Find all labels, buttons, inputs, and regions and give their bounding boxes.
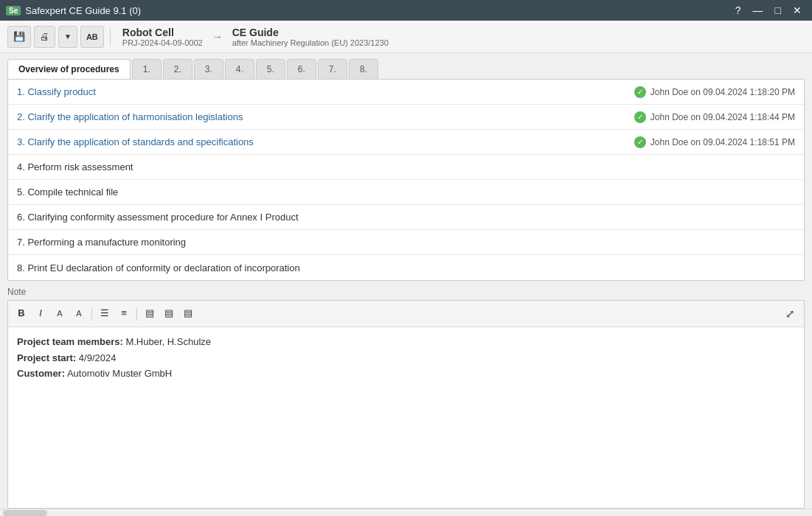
procedure-row[interactable]: 7. Performing a manufacture monitoring: [8, 230, 804, 255]
horizontal-scrollbar[interactable]: [0, 509, 812, 516]
arrow-icon: →: [212, 30, 223, 43]
tab-7[interactable]: 7.: [318, 59, 347, 79]
project-block: Robot Cell PRJ-2024-04-09-0002: [122, 27, 203, 47]
note-toolbar: B I A A ☰ ≡ ▤ ▤ ▤ ⤢: [8, 301, 804, 327]
check-icon: ✓: [634, 111, 646, 123]
maximize-button[interactable]: □: [771, 4, 785, 17]
procedure-label-2[interactable]: 2. Clarify the application of harmonisat…: [17, 111, 243, 122]
procedure-label-5: 5. Compile technical file: [17, 186, 118, 198]
status-text: John Doe on 09.04.2024 1:18:51 PM: [650, 137, 795, 147]
tab-4[interactable]: 4.: [225, 59, 254, 79]
print-button[interactable]: 🖨: [34, 26, 55, 48]
note-section: Note B I A A ☰ ≡ ▤ ▤ ▤ ⤢ Project team me…: [7, 287, 805, 509]
superscript-button[interactable]: A: [51, 306, 69, 321]
procedure-row[interactable]: 4. Perform risk assessment: [8, 155, 804, 180]
note-label: Note: [7, 287, 805, 297]
close-button[interactable]: ✕: [788, 4, 806, 17]
procedure-label-7: 7. Performing a manufacture monitoring: [17, 237, 186, 248]
procedure-label-1[interactable]: 1. Classify product: [17, 86, 96, 97]
subscript-button[interactable]: A: [70, 306, 88, 321]
title-bar: Se Safexpert CE Guide 9.1 (0) ? — □ ✕: [0, 0, 812, 21]
procedure-label-6: 6. Clarifying conformity assessment proc…: [17, 212, 299, 223]
align-center-button[interactable]: ▤: [160, 304, 178, 322]
note-line-1: Project team members: M.Huber, H.Schulze: [17, 335, 795, 349]
note-label-team: Project team members:: [17, 336, 123, 347]
title-bar-controls: ? — □ ✕: [731, 4, 806, 17]
note-value-team: M.Huber, H.Schulze: [125, 336, 211, 347]
tab-8[interactable]: 8.: [349, 59, 378, 79]
guide-name: CE Guide: [232, 27, 389, 38]
note-line-3: Customer: Automotiv Muster GmbH: [17, 366, 795, 381]
main-toolbar: 💾 🖨 ▼ AB Robot Cell PRJ-2024-04-09-0002 …: [0, 21, 812, 53]
tab-2[interactable]: 2.: [163, 59, 192, 79]
procedure-row[interactable]: 6. Clarifying conformity assessment proc…: [8, 205, 804, 230]
project-id: PRJ-2024-04-09-0002: [122, 38, 203, 47]
tab-1[interactable]: 1.: [132, 59, 162, 79]
h-scrollbar-thumb: [3, 510, 47, 516]
project-info: Robot Cell PRJ-2024-04-09-0002 → CE Guid…: [122, 27, 389, 47]
procedure-label-4: 4. Perform risk assessment: [17, 161, 133, 172]
procedure-row[interactable]: 5. Compile technical file: [8, 180, 804, 205]
tab-overview[interactable]: Overview of procedures: [7, 59, 131, 79]
procedure-label-8: 8. Print EU declaration of conformity or…: [17, 262, 300, 273]
check-icon: ✓: [634, 136, 646, 148]
expand-button[interactable]: ⤢: [781, 304, 799, 324]
tab-6[interactable]: 6.: [287, 59, 316, 79]
procedure-label-3[interactable]: 3. Clarify the application of standards …: [17, 136, 254, 147]
status-text: John Doe on 09.04.2024 1:18:44 PM: [650, 112, 795, 122]
guide-sub: after Machinery Regulation (EU) 2023/123…: [232, 38, 389, 47]
procedure-row[interactable]: 1. Classify product✓John Doe on 09.04.20…: [8, 80, 804, 105]
procedure-row[interactable]: 8. Print EU declaration of conformity or…: [8, 255, 804, 280]
status-text: John Doe on 09.04.2024 1:18:20 PM: [650, 87, 795, 97]
minimize-button[interactable]: —: [749, 4, 768, 17]
help-button[interactable]: ?: [731, 4, 746, 17]
ab-button[interactable]: AB: [80, 26, 104, 48]
note-value-start: 4/9/2024: [79, 352, 117, 363]
unordered-list-button[interactable]: ☰: [96, 304, 114, 322]
tabs-bar: Overview of procedures 1. 2. 3. 4. 5. 6.…: [0, 53, 812, 79]
app-title: Safexpert CE Guide 9.1 (0): [25, 5, 141, 16]
dropdown-button[interactable]: ▼: [58, 26, 77, 48]
procedure-status-1: ✓John Doe on 09.04.2024 1:18:20 PM: [634, 86, 795, 98]
procedure-row[interactable]: 3. Clarify the application of standards …: [8, 130, 804, 155]
toolbar-sep-1: [91, 307, 92, 321]
procedure-status-2: ✓John Doe on 09.04.2024 1:18:44 PM: [634, 111, 795, 123]
app-logo: Se: [6, 6, 21, 15]
ordered-list-button[interactable]: ≡: [115, 304, 133, 322]
main-content: Overview of procedures 1. 2. 3. 4. 5. 6.…: [0, 53, 812, 516]
procedure-row[interactable]: 2. Clarify the application of harmonisat…: [8, 105, 804, 130]
toolbar-divider: [110, 28, 111, 46]
title-bar-left: Se Safexpert CE Guide 9.1 (0): [6, 5, 141, 16]
tab-3[interactable]: 3.: [194, 59, 223, 79]
note-editor: B I A A ☰ ≡ ▤ ▤ ▤ ⤢ Project team members…: [7, 300, 805, 509]
note-label-start: Project start:: [17, 352, 76, 363]
bold-button[interactable]: B: [13, 304, 30, 322]
guide-block: CE Guide after Machinery Regulation (EU)…: [232, 27, 389, 47]
procedure-status-3: ✓John Doe on 09.04.2024 1:18:51 PM: [634, 136, 795, 148]
note-value-customer: Automotiv Muster GmbH: [67, 368, 172, 379]
toolbar-sep-2: [136, 307, 137, 321]
align-left-button[interactable]: ▤: [141, 304, 159, 322]
project-name: Robot Cell: [122, 27, 203, 38]
tab-5[interactable]: 5.: [256, 59, 285, 79]
note-line-2: Project start: 4/9/2024: [17, 351, 795, 366]
procedures-panel: 1. Classify product✓John Doe on 09.04.20…: [7, 79, 805, 281]
note-content[interactable]: Project team members: M.Huber, H.Schulze…: [8, 327, 804, 508]
align-right-button[interactable]: ▤: [179, 304, 197, 322]
italic-button[interactable]: I: [32, 304, 49, 322]
note-label-customer: Customer:: [17, 368, 65, 379]
check-icon: ✓: [634, 86, 646, 98]
save-button[interactable]: 💾: [7, 26, 31, 48]
